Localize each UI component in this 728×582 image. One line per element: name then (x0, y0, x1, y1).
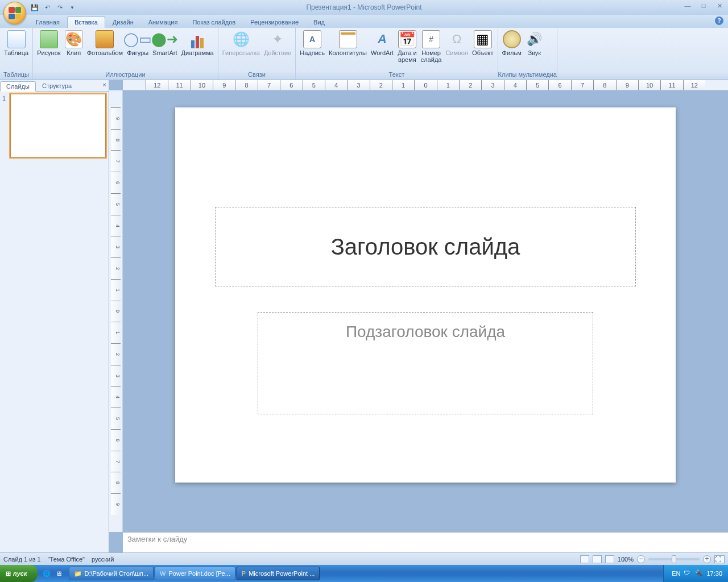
undo-icon[interactable]: ↶ (42, 2, 52, 13)
slidenumber-label: Номер слайда (421, 49, 442, 63)
title-placeholder[interactable]: Заголовок слайда (215, 207, 636, 286)
hyperlink-label: Гиперссылка (222, 49, 260, 56)
tab-review[interactable]: Рецензирование (243, 16, 306, 28)
group-illus-label: Иллюстрации (33, 70, 218, 80)
group-links: 🌐Гиперссылка ✦Действие Связи (218, 28, 296, 80)
headerfooter-button[interactable]: Колонтитулы (327, 29, 369, 57)
chart-button[interactable]: Диаграмма (180, 29, 216, 57)
sound-icon: 🔊 (526, 30, 544, 48)
view-slideshow-icon[interactable] (605, 555, 614, 563)
help-icon[interactable]: ? (715, 16, 723, 25)
save-icon[interactable]: 💾 (30, 2, 40, 13)
textbox-button[interactable]: Надпись (298, 29, 326, 57)
pane-tabs: Слайды Структура × (0, 80, 109, 92)
action-button[interactable]: ✦Действие (262, 29, 293, 57)
slide[interactable]: Заголовок слайда Подзаголовок слайда (175, 107, 676, 483)
tab-animation[interactable]: Анимация (141, 16, 185, 28)
tray-icon-2[interactable]: 🔌 (695, 569, 703, 577)
horizontal-ruler: 1211109876543210123456789101112 (123, 80, 728, 90)
tray-icon-1[interactable]: 🛡 (684, 569, 692, 577)
smartart-label: SmartArt (152, 49, 177, 56)
pane-tab-outline[interactable]: Структура (36, 81, 78, 91)
status-language[interactable]: русский (92, 556, 114, 563)
smartart-button[interactable]: ⬤➜SmartArt (151, 29, 179, 57)
clipart-button[interactable]: 🎨Клип (63, 29, 85, 57)
minimize-button[interactable]: ― (682, 2, 693, 10)
zoom-value[interactable]: 100% (618, 556, 634, 563)
subtitle-placeholder[interactable]: Подзаголовок слайда (258, 312, 593, 414)
language-indicator[interactable]: EN (672, 570, 680, 577)
close-button[interactable]: ✕ (714, 2, 725, 10)
group-tables: Таблица Таблицы (0, 28, 33, 80)
tab-slideshow[interactable]: Показ слайдов (185, 16, 243, 28)
table-button[interactable]: Таблица (2, 29, 30, 57)
clipart-label: Клип (67, 49, 81, 56)
shapes-button[interactable]: ◯▭Фигуры (125, 29, 150, 57)
tab-design[interactable]: Дизайн (105, 16, 141, 28)
taskbar-powerpoint[interactable]: PMicrosoft PowerPoint ... (237, 567, 320, 580)
quick-access-toolbar: 💾 ↶ ↷ ▼ (30, 2, 77, 13)
tab-insert[interactable]: Вставка (67, 16, 105, 28)
redo-icon[interactable]: ↷ (55, 2, 65, 13)
slide-canvas-area[interactable]: Заголовок слайда Подзаголовок слайда (123, 90, 728, 532)
start-button[interactable]: ⊞ пуск (0, 565, 38, 582)
movie-button[interactable]: Фильм (500, 29, 523, 57)
maximize-button[interactable]: □ (698, 2, 709, 10)
pane-tab-slides[interactable]: Слайды (0, 81, 36, 92)
group-illustrations: Рисунок 🎨Клип Фотоальбом ◯▭Фигуры ⬤➜Smar… (33, 28, 218, 80)
action-label: Действие (264, 49, 291, 56)
zoom-in-button[interactable]: + (703, 555, 711, 563)
slidenumber-icon: # (422, 30, 440, 48)
datetime-button[interactable]: 📅Дата и время (396, 29, 419, 64)
object-label: Объект (472, 49, 493, 56)
zoom-thumb[interactable] (672, 555, 676, 563)
pane-close-icon[interactable]: × (103, 81, 106, 88)
notes-pane[interactable]: Заметки к слайду (123, 532, 728, 552)
datetime-label: Дата и время (398, 49, 417, 63)
textbox-icon (303, 30, 321, 48)
wordart-button[interactable]: AWordArt (369, 29, 395, 57)
photoalbum-icon (96, 30, 114, 48)
sound-button[interactable]: 🔊Звук (524, 29, 545, 57)
view-sorter-icon[interactable] (593, 555, 602, 563)
slidenumber-button[interactable]: #Номер слайда (419, 29, 444, 64)
picture-button[interactable]: Рисунок (35, 29, 63, 57)
desktop-icon[interactable]: 🖥 (53, 567, 65, 580)
workspace: Слайды Структура × 1 1211109876543210123… (0, 80, 728, 552)
hyperlink-icon: 🌐 (232, 30, 250, 48)
object-icon: ▦ (474, 30, 492, 48)
office-button[interactable] (3, 2, 26, 24)
view-normal-icon[interactable] (580, 555, 589, 563)
symbol-button[interactable]: ΩСимвол (444, 29, 470, 57)
tab-home[interactable]: Главная (28, 16, 67, 28)
photoalbum-button[interactable]: Фотоальбом (85, 29, 125, 57)
zoom-slider[interactable] (648, 558, 700, 560)
thumbnail-preview[interactable] (10, 94, 106, 157)
symbol-icon: Ω (448, 30, 466, 48)
taskbar-explorer[interactable]: 📁D:\Рабочий Стол\шп... (69, 567, 154, 580)
headerfooter-label: Колонтитулы (329, 49, 367, 56)
picture-label: Рисунок (37, 49, 61, 56)
qat-dropdown-icon[interactable]: ▼ (67, 2, 77, 13)
thumbnail-1[interactable]: 1 (2, 94, 106, 157)
taskbar-btn2-label: Power Point.doc [Ре... (168, 570, 230, 577)
chart-icon (188, 30, 206, 48)
shapes-icon: ◯▭ (129, 30, 147, 48)
movie-icon (503, 30, 521, 48)
windows-logo-icon: ⊞ (6, 570, 11, 577)
zoom-out-button[interactable]: − (637, 555, 645, 563)
tab-view[interactable]: Вид (306, 16, 332, 28)
object-button[interactable]: ▦Объект (470, 29, 495, 57)
taskbar-btn3-label: Microsoft PowerPoint ... (249, 570, 315, 577)
taskbar-word[interactable]: WPower Point.doc [Ре... (155, 567, 235, 580)
symbol-label: Символ (445, 49, 468, 56)
thumbnails-area: 1 (0, 92, 109, 552)
ie-icon[interactable]: 🌐 (41, 567, 52, 580)
title-bar: 💾 ↶ ↷ ▼ Презентация1 - Microsoft PowerPo… (0, 0, 728, 15)
fit-to-window-icon[interactable]: ⛶ (714, 555, 725, 563)
action-icon: ✦ (268, 30, 287, 48)
group-tables-label: Таблицы (0, 70, 32, 80)
picture-icon (40, 30, 58, 48)
clock[interactable]: 17:30 (706, 570, 722, 577)
hyperlink-button[interactable]: 🌐Гиперссылка (221, 29, 262, 57)
